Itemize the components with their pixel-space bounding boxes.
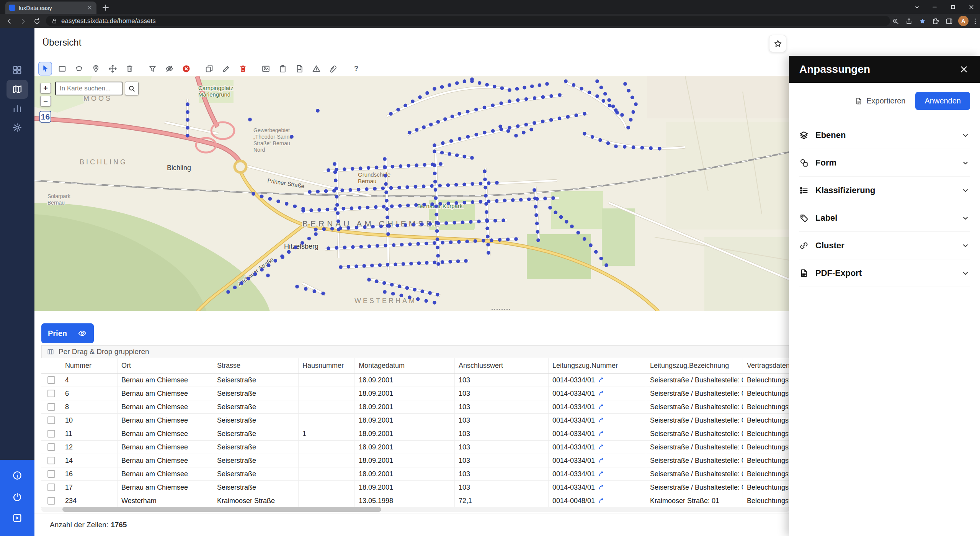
asset-marker[interactable] [604, 263, 608, 267]
asset-marker[interactable] [463, 201, 467, 205]
asset-marker[interactable] [301, 207, 305, 211]
asset-marker[interactable] [233, 286, 237, 290]
asset-marker[interactable] [508, 99, 511, 103]
asset-marker[interactable] [465, 240, 469, 244]
asset-marker[interactable] [435, 229, 439, 233]
row-checkbox[interactable] [47, 484, 55, 491]
asset-marker[interactable] [186, 110, 189, 114]
asset-marker[interactable] [385, 199, 389, 203]
asset-marker[interactable] [414, 203, 418, 207]
asset-marker[interactable] [524, 123, 528, 126]
asset-marker[interactable] [301, 241, 304, 245]
asset-marker[interactable] [385, 216, 389, 220]
table-row[interactable]: 16Bernau am ChiemseeSeiserstraße18.09.20… [41, 467, 789, 481]
asset-marker[interactable] [436, 293, 439, 297]
asset-marker[interactable] [630, 96, 634, 100]
asset-marker[interactable] [483, 131, 487, 134]
asset-marker[interactable] [498, 238, 502, 242]
leitungszug-link-icon[interactable] [598, 416, 605, 424]
image-export-tool[interactable] [259, 62, 273, 75]
leitungszug-link-icon[interactable] [598, 376, 605, 384]
asset-marker[interactable] [524, 97, 528, 101]
asset-marker[interactable] [281, 255, 284, 259]
asset-marker[interactable] [385, 207, 389, 211]
asset-marker[interactable] [336, 211, 340, 215]
asset-marker[interactable] [444, 221, 448, 225]
row-checkbox[interactable] [47, 390, 55, 397]
back-icon[interactable] [4, 16, 15, 26]
asset-marker[interactable] [327, 246, 330, 250]
table-row[interactable]: 17Bernau am ChiemseeSeiserstraße18.09.20… [41, 481, 789, 494]
asset-marker[interactable] [534, 205, 538, 209]
asset-marker[interactable] [495, 181, 499, 185]
asset-marker[interactable] [538, 83, 542, 87]
leitungszug-link-icon[interactable] [598, 497, 605, 505]
reload-icon[interactable] [31, 16, 42, 26]
asset-marker[interactable] [397, 186, 401, 190]
asset-marker[interactable] [398, 204, 402, 208]
asset-marker[interactable] [449, 241, 453, 244]
asset-marker[interactable] [463, 155, 467, 159]
asset-marker[interactable] [304, 287, 308, 291]
asset-marker[interactable] [363, 225, 367, 229]
asset-marker[interactable] [247, 277, 250, 280]
bookmark-star-icon[interactable] [917, 16, 928, 26]
asset-marker[interactable] [267, 264, 271, 267]
table-row[interactable]: 8Bernau am ChiemseeSeiserstraße18.09.200… [41, 400, 789, 414]
asset-marker[interactable] [354, 264, 358, 268]
sidebar-item-info[interactable] [7, 466, 28, 485]
asset-marker[interactable] [403, 104, 407, 108]
asset-marker[interactable] [530, 85, 534, 89]
asset-marker[interactable] [462, 182, 466, 186]
copy-tool[interactable] [202, 62, 216, 75]
asset-marker[interactable] [425, 91, 429, 95]
asset-marker[interactable] [515, 87, 519, 91]
edit-tool[interactable] [219, 62, 233, 75]
asset-marker[interactable] [386, 232, 390, 236]
asset-marker[interactable] [479, 200, 483, 204]
asset-marker[interactable] [623, 82, 627, 86]
asset-marker[interactable] [418, 95, 422, 99]
asset-marker[interactable] [516, 125, 520, 128]
asset-marker[interactable] [186, 134, 189, 138]
asset-marker[interactable] [333, 162, 336, 166]
sidebar-item-start[interactable] [7, 508, 28, 528]
asset-marker[interactable] [384, 244, 387, 248]
row-checkbox[interactable] [47, 430, 55, 438]
asset-marker[interactable] [384, 190, 388, 194]
leitungszug-link-icon[interactable] [598, 390, 605, 397]
asset-marker[interactable] [522, 131, 526, 134]
asset-marker[interactable] [436, 246, 440, 249]
asset-marker[interactable] [463, 79, 467, 83]
asset-marker[interactable] [572, 83, 576, 87]
asset-marker[interactable] [389, 112, 393, 116]
asset-marker[interactable] [268, 197, 272, 201]
asset-marker[interactable] [266, 274, 270, 277]
leitungszug-link-icon[interactable] [598, 403, 605, 411]
asset-marker[interactable] [355, 226, 359, 229]
asset-marker[interactable] [470, 182, 474, 186]
asset-marker[interactable] [533, 197, 537, 200]
asset-marker[interactable] [615, 111, 619, 115]
asset-marker[interactable] [396, 108, 400, 111]
leitungszug-link-icon[interactable] [598, 430, 605, 438]
clipboard-tool[interactable] [276, 62, 289, 75]
asset-marker[interactable] [359, 245, 363, 249]
row-checkbox[interactable] [47, 457, 55, 464]
asset-marker[interactable] [295, 285, 299, 288]
asset-marker[interactable] [389, 186, 393, 190]
asset-marker[interactable] [336, 220, 340, 223]
asset-marker[interactable] [412, 223, 416, 227]
asset-marker[interactable] [430, 184, 434, 188]
asset-marker[interactable] [417, 261, 421, 265]
asset-marker[interactable] [260, 268, 264, 272]
column-header[interactable]: Anschlusswert [455, 358, 549, 373]
asset-marker[interactable] [339, 265, 343, 269]
asset-marker[interactable] [371, 225, 375, 229]
asset-marker[interactable] [640, 146, 644, 150]
asset-marker[interactable] [394, 262, 397, 266]
asset-marker[interactable] [484, 202, 488, 206]
asset-marker[interactable] [434, 205, 438, 208]
asset-marker[interactable] [632, 146, 635, 149]
asset-marker[interactable] [422, 185, 426, 189]
